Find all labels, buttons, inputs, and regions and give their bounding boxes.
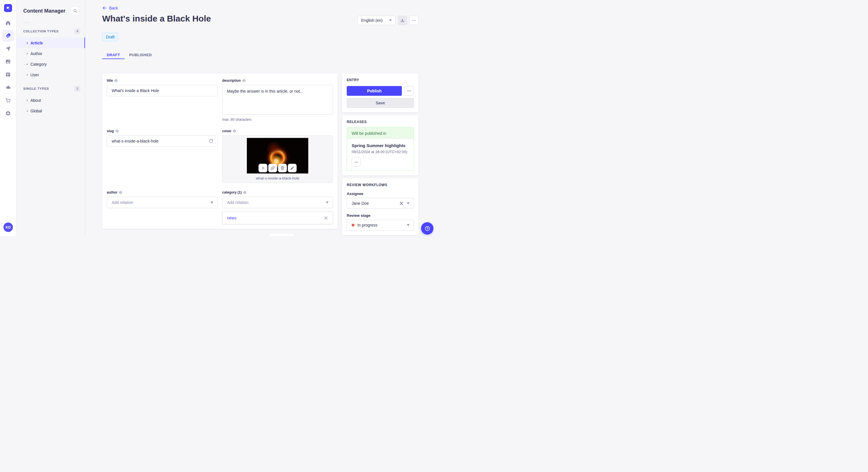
nav-item-cloud[interactable] <box>2 82 14 93</box>
back-label: Back <box>109 6 118 10</box>
refresh-icon <box>208 138 214 144</box>
description-input[interactable]: Maybe the answer is in this article, or … <box>222 85 333 115</box>
page-title: What's inside a Black Hole <box>102 13 211 24</box>
more-icon <box>412 18 416 23</box>
tab-draft[interactable]: DRAFT <box>102 50 125 59</box>
cloud-icon <box>5 85 11 90</box>
header-actions: English (en) <box>358 16 418 25</box>
edit-media-button[interactable] <box>288 164 297 172</box>
main-content: Back What's inside a Black Hole English … <box>85 0 434 236</box>
version-tabs: DRAFT PUBLISHED <box>102 50 418 59</box>
sidebar-item-article[interactable]: Article <box>17 38 85 48</box>
review-stage-combobox[interactable]: In progress <box>347 220 414 231</box>
author-placeholder: Add relation <box>112 200 133 205</box>
relation-news-link[interactable]: news <box>227 216 237 220</box>
count-badge: 2 <box>74 86 81 92</box>
clear-icon[interactable] <box>400 202 403 205</box>
nav-rail: KD <box>0 0 17 236</box>
sidebar-item-category[interactable]: Category <box>17 59 85 69</box>
content-manager-sidebar: Content Manager COLLECTION TYPES 4 Artic… <box>17 0 85 236</box>
back-link[interactable]: Back <box>102 6 118 10</box>
globe-icon <box>114 79 118 82</box>
sidebar-item-global[interactable]: Global <box>17 105 85 116</box>
relation-item-news: news <box>222 212 333 224</box>
count-badge: 4 <box>74 28 81 34</box>
cover-media-card: what-s-inside-a-black-hole <box>222 135 333 183</box>
nav-item-media-library[interactable] <box>2 56 14 67</box>
category-relation-combobox[interactable]: Add relation <box>222 197 333 208</box>
review-workflows-panel: REVIEW WORKFLOWS Assignee Jane Doe Revie… <box>342 178 418 235</box>
slug-input[interactable] <box>107 135 218 147</box>
copy-link-button[interactable] <box>268 164 277 172</box>
nav-rail-menu <box>2 16 14 119</box>
more-icon <box>354 160 359 164</box>
feather-icon <box>5 33 11 39</box>
pencil-icon <box>290 166 294 170</box>
author-relation-combobox[interactable]: Add relation <box>107 197 218 208</box>
layout-icon <box>5 72 11 77</box>
nav-item-marketplace[interactable] <box>2 95 14 106</box>
remove-relation-button[interactable] <box>322 214 329 222</box>
globe-icon <box>243 191 247 194</box>
nav-item-settings[interactable] <box>2 107 14 119</box>
strapi-logo[interactable] <box>4 4 12 12</box>
locale-value: English (en) <box>361 18 383 23</box>
question-icon <box>424 225 431 232</box>
trash-icon <box>280 166 285 170</box>
field-cover-label: cover <box>222 129 231 133</box>
home-icon <box>5 20 11 26</box>
gear-icon <box>5 110 11 116</box>
sidebar-item-label: User <box>30 72 39 77</box>
globe-icon <box>233 129 236 133</box>
save-button[interactable]: Save <box>347 98 414 108</box>
assignee-label: Assignee <box>347 192 414 196</box>
title-input[interactable] <box>107 85 218 96</box>
status-badge: Draft <box>102 33 118 41</box>
app-root: KD Content Manager COLLECTION TYPES 4 Ar… <box>0 0 434 236</box>
help-button[interactable] <box>421 222 433 235</box>
bullet-icon <box>27 53 28 54</box>
cart-icon <box>5 98 11 103</box>
header-more-button[interactable] <box>409 16 418 25</box>
release-more-button[interactable] <box>352 158 361 167</box>
sidebar-item-label: About <box>30 98 41 103</box>
sidebar-item-label: Article <box>30 41 43 45</box>
nav-item-content-manager[interactable] <box>2 30 14 42</box>
plus-icon <box>260 166 265 170</box>
strapi-logo-icon <box>5 5 11 11</box>
field-category-label: category (1) <box>222 191 242 194</box>
nav-item-content-type-builder[interactable] <box>2 69 14 80</box>
search-icon <box>73 9 78 13</box>
stage-status-dot <box>352 224 354 227</box>
cover-actions <box>259 164 297 172</box>
field-cover: cover <box>222 129 333 183</box>
nav-item-releases[interactable] <box>2 43 14 55</box>
bullet-icon <box>27 100 28 101</box>
sidebar-item-author[interactable]: Author <box>17 48 85 59</box>
sidebar-item-user[interactable]: User <box>17 69 85 80</box>
cover-image-black-hole[interactable] <box>247 138 308 173</box>
download-button[interactable] <box>398 16 407 25</box>
globe-icon <box>115 129 119 133</box>
section-label: SINGLE TYPES <box>23 87 49 90</box>
tab-published[interactable]: PUBLISHED <box>125 50 156 59</box>
sidebar-item-about[interactable]: About <box>17 95 85 105</box>
release-status: Will be published in <box>347 128 414 139</box>
add-media-button[interactable] <box>259 164 268 172</box>
category-placeholder: Add relation <box>227 200 249 205</box>
link-icon <box>271 166 275 170</box>
entry-more-button[interactable] <box>404 86 414 96</box>
publish-button[interactable]: Publish <box>347 86 402 96</box>
locale-select[interactable]: English (en) <box>358 16 396 25</box>
images-icon <box>5 59 11 65</box>
close-icon <box>324 216 328 220</box>
assignee-combobox[interactable]: Jane Doe <box>347 198 414 209</box>
avatar[interactable]: KD <box>3 223 13 232</box>
sidebar-item-label: Author <box>30 51 42 56</box>
field-author-label: author <box>107 191 117 194</box>
delete-media-button[interactable] <box>278 164 287 172</box>
search-button[interactable] <box>71 6 80 15</box>
field-slug-label: slug <box>107 129 114 133</box>
regenerate-slug-button[interactable] <box>208 138 214 144</box>
nav-item-home[interactable] <box>2 17 14 29</box>
